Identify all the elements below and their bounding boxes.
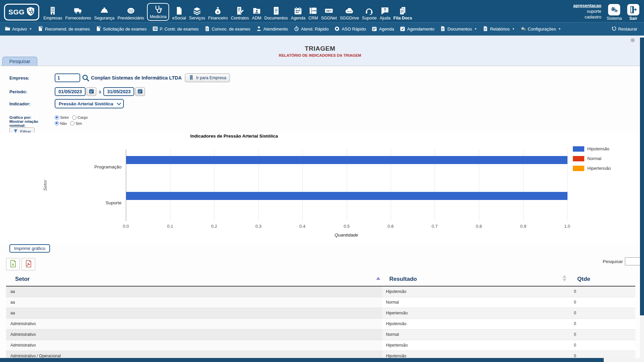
column-header-resultado[interactable]: Resultado bbox=[382, 272, 571, 286]
sort-ascending-icon bbox=[376, 277, 380, 280]
vertical-scrollbar-thumb[interactable] bbox=[640, 38, 644, 315]
periodo-end-input[interactable] bbox=[103, 87, 134, 96]
menu-item-configuracoes[interactable]: Configurações▼ bbox=[521, 26, 561, 33]
sair-button[interactable]: Sair bbox=[627, 4, 639, 21]
top-nav-servicos[interactable]: Serviços bbox=[189, 6, 205, 21]
user-link[interactable]: apresentacao bbox=[573, 3, 601, 9]
menu-item-atendimento[interactable]: Atendimento bbox=[256, 26, 288, 33]
nominal-option-sim[interactable]: Sim bbox=[70, 121, 82, 125]
grafico-por-option-cargo[interactable]: Cargo bbox=[72, 115, 88, 120]
top-nav-previdenciario[interactable]: Previdenciário bbox=[117, 6, 144, 21]
top-nav-adm[interactable]: ADM bbox=[252, 6, 261, 21]
search-magnifier-icon[interactable] bbox=[82, 74, 90, 82]
app-logo[interactable]: SGG bbox=[4, 4, 39, 20]
menu-item-convoc-de-exames[interactable]: Convoc. de exames bbox=[204, 26, 250, 33]
nominal-option-nao[interactable]: Não bbox=[55, 121, 67, 125]
menu-item-recomend-de-exames[interactable]: Recomend. de exames bbox=[38, 26, 90, 33]
nominal-label: Mostrar relação nominal: bbox=[9, 119, 55, 127]
top-nav-medicina[interactable]: Medicina bbox=[147, 3, 169, 21]
menu-item-label: Configurações bbox=[528, 27, 556, 32]
bar-programacao-hipotensao bbox=[126, 156, 567, 164]
grafico-por-option-setor[interactable]: Setor bbox=[55, 115, 69, 120]
top-nav-sggnet[interactable]: NETSGGNet bbox=[321, 6, 337, 21]
top-nav-contratos[interactable]: Contratos bbox=[231, 6, 249, 21]
export-excel-button[interactable]: x bbox=[6, 258, 20, 270]
results-table: SetorResultadoQtde aaHipotensão0aaNormal… bbox=[6, 272, 635, 358]
top-nav-label: Financeiro bbox=[208, 16, 228, 20]
sair-label: Sair bbox=[629, 16, 637, 21]
content-area: TRIAGEM RELATÓRIO DE INDICADORES DA TRIA… bbox=[0, 36, 640, 358]
menu-item-relatorios[interactable]: Relatórios▼ bbox=[483, 26, 514, 33]
horizontal-scrollbar-track[interactable] bbox=[0, 358, 640, 362]
menu-item-atend-rapido[interactable]: Atend. Rápido bbox=[294, 26, 329, 33]
top-nav-esocial[interactable]: eSocial bbox=[172, 6, 186, 21]
table-search-input[interactable] bbox=[625, 257, 640, 265]
app-logo-text: SGG bbox=[8, 8, 24, 16]
grafico-por-label: Gráfico por: bbox=[9, 115, 55, 119]
column-header-label: Resultado bbox=[389, 276, 417, 282]
calendar-icon bbox=[137, 88, 143, 95]
restore-arrow-icon bbox=[611, 26, 617, 32]
top-nav-agenda[interactable]: Agenda bbox=[291, 6, 305, 21]
hardhat-icon bbox=[100, 6, 109, 15]
restaurar-button[interactable]: Restaurar bbox=[611, 26, 637, 32]
imprimir-grafico-button[interactable]: Imprimir gráfico bbox=[9, 244, 50, 253]
panel-settings-gear-icon[interactable] bbox=[630, 38, 635, 43]
indicador-select[interactable]: Pressão Arterial Sistólica bbox=[55, 99, 124, 108]
restaurar-label: Restaurar bbox=[618, 27, 637, 32]
top-nav-seguranca[interactable]: Segurança bbox=[94, 6, 114, 21]
sistema-label: Sistema bbox=[607, 16, 622, 21]
top-nav-sggdrive[interactable]: DriveSGGDrive bbox=[340, 6, 359, 21]
top-nav-documentos[interactable]: Documentos bbox=[264, 6, 288, 21]
calendar-start-button[interactable] bbox=[87, 87, 96, 96]
x-tick-label: 0.5 bbox=[339, 224, 354, 229]
menu-item-aso-rapido[interactable]: ASO Rápido bbox=[334, 26, 366, 33]
top-nav-fornecedores[interactable]: Fornecedores bbox=[65, 6, 91, 21]
periodo-start-input[interactable] bbox=[55, 87, 86, 96]
dropdown-caret-icon: ▼ bbox=[29, 28, 32, 31]
menu-item-documentos[interactable]: Documentos▼ bbox=[440, 26, 477, 33]
top-nav-financeiro[interactable]: $Financeiro bbox=[208, 6, 228, 21]
legend-label: Hipotensão bbox=[587, 146, 609, 151]
menu-item-agendamento[interactable]: Agendamento bbox=[400, 26, 434, 33]
table-cell: 0 bbox=[571, 286, 635, 297]
vertical-scrollbar-track[interactable] bbox=[640, 36, 644, 358]
table-row: AdministrativoNormal0 bbox=[6, 329, 635, 340]
doc-plus-icon bbox=[38, 26, 43, 33]
top-nav-label: Documentos bbox=[264, 16, 288, 20]
top-nav-ajuda[interactable]: ?Ajuda bbox=[380, 6, 390, 21]
ir-para-empresa-label: Ir para Empresa bbox=[196, 75, 226, 80]
column-header-setor[interactable]: Setor bbox=[6, 272, 382, 286]
top-nav-fila-docs[interactable]: Fila Docs bbox=[393, 6, 412, 21]
ir-para-empresa-button[interactable]: Ir para Empresa bbox=[185, 73, 230, 82]
legend-item-hipertensao: Hipertensão bbox=[573, 165, 611, 171]
sistema-button[interactable]: Sistema bbox=[607, 4, 622, 21]
page-subtitle: RELATÓRIO DE INDICADORES DA TRIAGEM bbox=[0, 53, 640, 57]
table-cell: 0 bbox=[571, 351, 635, 358]
legend-label: Normal bbox=[587, 156, 601, 161]
menu-item-solicitacao-de-exames[interactable]: Solicitação de exames bbox=[96, 26, 147, 33]
menu-item-arquivo[interactable]: Arquivo▼ bbox=[5, 26, 32, 33]
user-name: suporte bbox=[573, 9, 601, 14]
top-nav-empresas[interactable]: Empresas bbox=[43, 6, 62, 21]
column-header-qtde[interactable]: Qtde bbox=[571, 272, 635, 286]
calendar-end-button[interactable] bbox=[135, 87, 145, 96]
top-nav-suporte[interactable]: Suporte bbox=[362, 6, 377, 21]
chart-legend: HipotensãoNormalHipertensão bbox=[573, 146, 611, 175]
stethoscope-icon bbox=[154, 4, 162, 14]
grafico-por-radio-group: SetorCargo bbox=[55, 115, 88, 120]
x-tick-label: 0.2 bbox=[207, 224, 221, 229]
top-nav-label: Fila Docs bbox=[393, 16, 412, 20]
pdf-file-icon bbox=[24, 260, 33, 269]
legend-item-normal: Normal bbox=[573, 156, 611, 161]
x-tick-label: 0.7 bbox=[427, 224, 442, 229]
empresa-input[interactable] bbox=[55, 73, 80, 82]
menu-item-p-contr-de-exames[interactable]: P. Contr. de exames bbox=[152, 26, 199, 33]
table-cell: Hipertensão bbox=[382, 340, 571, 351]
menu-item-agenda[interactable]: Agenda bbox=[371, 26, 394, 33]
horizontal-scrollbar-thumb[interactable] bbox=[0, 358, 604, 362]
export-pdf-button[interactable] bbox=[21, 258, 35, 270]
x-tick-label: 0.8 bbox=[472, 224, 486, 229]
top-nav-crm[interactable]: CRMCRM bbox=[308, 6, 318, 21]
tab-pesquisar[interactable]: Pesquisar bbox=[2, 57, 37, 66]
